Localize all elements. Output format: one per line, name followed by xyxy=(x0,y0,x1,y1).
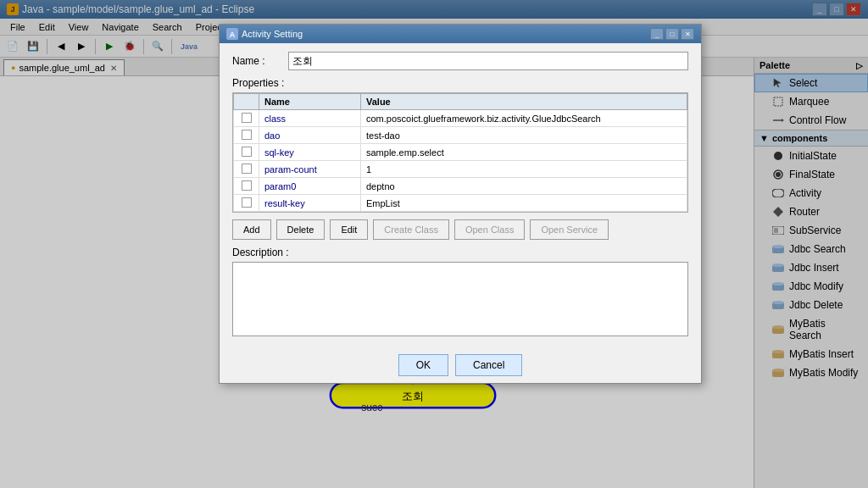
table-row: param-count 1 xyxy=(234,161,687,178)
row-value-1: test-dao xyxy=(361,127,687,144)
row-value-2: sample.emp.select xyxy=(361,144,687,161)
row-value-5: EmpList xyxy=(361,195,687,212)
table-row: param0 deptno xyxy=(234,178,687,195)
dialog-icon: A xyxy=(226,28,238,40)
row-value-4: deptno xyxy=(361,178,687,195)
name-label: Name : xyxy=(232,55,283,67)
activity-setting-dialog: A Activity Setting _ □ ✕ Name : Properti… xyxy=(219,24,702,384)
delete-button[interactable]: Delete xyxy=(276,219,326,240)
table-row: class com.poscoict.glueframework.biz.act… xyxy=(234,110,687,127)
edit-button[interactable]: Edit xyxy=(330,219,368,240)
dialog-footer: OK Cancel xyxy=(220,347,701,383)
dialog-maximize[interactable]: □ xyxy=(665,28,679,40)
row-check-5[interactable] xyxy=(234,195,259,212)
name-field-row: Name : xyxy=(232,52,688,70)
row-value-3: 1 xyxy=(361,161,687,178)
row-value-0: com.poscoict.glueframework.biz.activity.… xyxy=(361,110,687,127)
action-buttons: Add Delete Edit Create Class Open Class … xyxy=(232,219,688,240)
dialog-controls: _ □ ✕ xyxy=(650,28,694,40)
dialog-title: Activity Setting xyxy=(242,29,647,39)
col-name: Name xyxy=(259,94,361,110)
dialog-title-bar: A Activity Setting _ □ ✕ xyxy=(220,25,701,43)
properties-table-container: Name Value class com.poscoict.glueframew… xyxy=(232,92,688,213)
dialog-content: Name : Properties : Name Value xyxy=(220,43,701,347)
dialog-minimize[interactable]: _ xyxy=(650,28,664,40)
properties-label: Properties : xyxy=(232,77,688,89)
eclipse-window: J Java - sample/model/sample.glue_uml_ad… xyxy=(0,0,868,488)
name-input[interactable] xyxy=(288,52,688,70)
col-check xyxy=(234,94,259,110)
row-name-3: param-count xyxy=(259,161,361,178)
open-class-button[interactable]: Open Class xyxy=(454,219,525,240)
row-check-1[interactable] xyxy=(234,127,259,144)
open-service-button[interactable]: Open Service xyxy=(530,219,609,240)
row-check-4[interactable] xyxy=(234,178,259,195)
row-name-1: dao xyxy=(259,127,361,144)
table-row: dao test-dao xyxy=(234,127,687,144)
row-check-0[interactable] xyxy=(234,110,259,127)
description-label: Description : xyxy=(232,247,688,258)
row-name-5: result-key xyxy=(259,195,361,212)
dialog-close[interactable]: ✕ xyxy=(681,28,694,40)
row-check-2[interactable] xyxy=(234,144,259,161)
row-name-0: class xyxy=(259,110,361,127)
svg-text:A: A xyxy=(230,30,236,39)
row-name-4: param0 xyxy=(259,178,361,195)
row-check-3[interactable] xyxy=(234,161,259,178)
properties-table-scroll[interactable]: Name Value class com.poscoict.glueframew… xyxy=(233,93,687,212)
create-class-button[interactable]: Create Class xyxy=(373,219,449,240)
table-row: result-key EmpList xyxy=(234,195,687,212)
add-button[interactable]: Add xyxy=(232,219,271,240)
col-value: Value xyxy=(361,94,687,110)
description-textarea[interactable] xyxy=(232,262,688,336)
table-row: sql-key sample.emp.select xyxy=(234,144,687,161)
cancel-button[interactable]: Cancel xyxy=(455,354,522,376)
modal-overlay: A Activity Setting _ □ ✕ Name : Properti… xyxy=(0,0,868,488)
ok-button[interactable]: OK xyxy=(398,354,448,376)
row-name-2: sql-key xyxy=(259,144,361,161)
properties-table: Name Value class com.poscoict.glueframew… xyxy=(233,93,687,212)
